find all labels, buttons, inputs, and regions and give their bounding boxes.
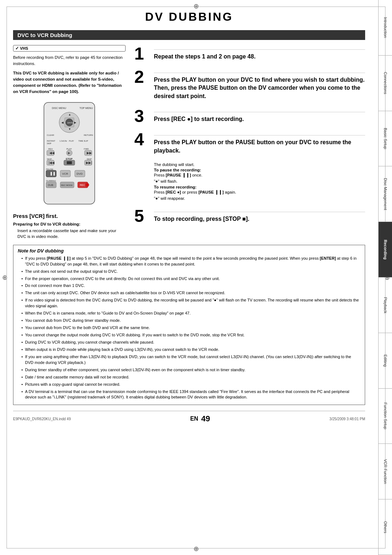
sidebar-tab-introduction[interactable]: Introduction — [379, 0, 392, 56]
note-bullet-2: The unit does not send out the output si… — [21, 269, 360, 275]
step-4-pause-text: Press [PAUSE ❙❙] once. — [154, 172, 365, 178]
svg-text:FWD: FWD — [84, 148, 89, 150]
step-4-title: Press the PLAY button or the PAUSE butto… — [154, 138, 365, 155]
svg-text:◀: ◀ — [61, 121, 64, 124]
svg-text:PLAY: PLAY — [66, 148, 72, 150]
note-bullet-10: You cannot change the output mode during… — [21, 332, 360, 338]
step-4: 4 Press the PLAY button or the PAUSE but… — [134, 131, 365, 202]
svg-text:PAUSE: PAUSE — [46, 168, 53, 170]
svg-text:▶▶|: ▶▶| — [86, 161, 92, 165]
step-2-title: Press the PLAY button on your DVC to fin… — [154, 76, 365, 100]
footer-filename: E9PKAUD_DVR620KU_EN.indd 49 — [13, 417, 71, 421]
step-1-title: Repeat the steps 1 and 2 on page 48. — [154, 53, 365, 61]
step-4-content: Press the PLAY button or the PAUSE butto… — [154, 131, 365, 202]
svg-text:SKIP: SKIP — [47, 158, 52, 160]
reg-mark-left: ⊕ — [2, 274, 8, 281]
step-5: 5 To stop recording, press [STOP ■]. — [134, 207, 365, 225]
step-3: 3 Press [REC ●] to start recording. — [134, 108, 365, 125]
svg-text:RETURN: RETURN — [84, 134, 93, 136]
sidebar-tab-others[interactable]: Others — [379, 499, 392, 555]
svg-text:1.3v0.8v: 1.3v0.8v — [60, 140, 67, 142]
step-3-content: Press [REC ●] to start recording. — [154, 108, 365, 125]
section-header: DVC to VCR Dubbing — [13, 30, 365, 40]
note-bullet-6: If no video signal is detected from the … — [21, 297, 360, 309]
step-5-number: 5 — [134, 207, 150, 225]
note-bullet-1: If you press [PAUSE ❙❙] at step 5 in "DV… — [21, 256, 360, 267]
svg-text:TIME SLIP: TIME SLIP — [78, 140, 88, 142]
sidebar-tab-connections[interactable]: Connections — [379, 56, 392, 111]
press-vcr-label: Press [VCR] first. — [13, 213, 126, 219]
note-bullet-14: During timer standby of either component… — [21, 367, 360, 373]
right-sidebar: Introduction Connections Basic Setup Dis… — [378, 0, 392, 555]
svg-point-51 — [86, 184, 88, 186]
vhs-check-icon: ✓ — [15, 46, 19, 51]
svg-text:▲: ▲ — [68, 113, 71, 116]
svg-text:INSTANT: INSTANT — [47, 140, 56, 142]
page-footer: E9PKAUD_DVR620KU_EN.indd 49 EN 49 3/25/2… — [13, 411, 365, 424]
sidebar-tab-vcr-function[interactable]: VCR Function — [379, 444, 392, 499]
reg-mark-top: ⊕ — [193, 2, 199, 10]
bold-notice: This DVC to VCR dubbing is available onl… — [13, 70, 126, 95]
svg-text:TOP MENU: TOP MENU — [79, 107, 93, 109]
main-content: DV DUBBING DVC to VCR Dubbing ✓ VHS Befo… — [0, 0, 378, 434]
svg-text:▶: ▶ — [68, 151, 70, 155]
note-bullet-15: Date / time and cassette memory data wil… — [21, 374, 360, 380]
step-4-pause-label: To pause the recording: — [154, 168, 365, 172]
note-bullet-8: You cannot dub from DVC during timer sta… — [21, 318, 360, 324]
note-title: Note for DV dubbing — [18, 248, 360, 254]
note-bullet-13: If you are using anything other than L3(… — [21, 354, 360, 366]
svg-text:PLAY: PLAY — [69, 140, 74, 142]
sidebar-tab-disc-management[interactable]: Disc Management — [379, 166, 392, 222]
sidebar-tab-basic-setup[interactable]: Basic Setup — [379, 111, 392, 167]
step-4-flash-text: "●" will flash. — [154, 178, 365, 185]
step-1-content: Repeat the steps 1 and 2 on page 48. — [154, 45, 365, 62]
svg-text:SKIP: SKIP — [87, 158, 92, 160]
svg-text:REC: REC — [80, 184, 85, 186]
sidebar-tab-function-setup[interactable]: Function Setup — [379, 389, 392, 444]
svg-text:STOP: STOP — [66, 158, 73, 160]
svg-text:❚❚: ❚❚ — [50, 171, 56, 176]
page-title: DV DUBBING — [13, 10, 365, 24]
remote-control-image: DISC MENU TOP MENU ENTER ▲ ▼ ◀ ▶ CLEAR R… — [33, 99, 106, 208]
reg-mark-bottom: ⊕ — [193, 545, 199, 553]
note-bullets: If you press [PAUSE ❙❙] at step 5 in "DV… — [18, 256, 360, 401]
step-3-title: Press [REC ●] to start recording. — [154, 115, 365, 123]
footer-en-label: EN — [190, 416, 198, 422]
sidebar-tab-recording[interactable]: Recording — [379, 222, 392, 278]
preparing-header: Preparing for DV to VCR dubbing: — [13, 222, 126, 226]
svg-text:REV: REV — [48, 148, 53, 150]
remote-container: DISC MENU TOP MENU ENTER ▲ ▼ ◀ ▶ CLEAR R… — [13, 99, 126, 208]
svg-text:DUBBING: DUBBING — [46, 180, 56, 182]
svg-text:DVD: DVD — [77, 172, 83, 175]
svg-text:DUB: DUB — [48, 184, 53, 186]
svg-rect-33 — [67, 161, 72, 164]
svg-text:▶: ▶ — [74, 121, 77, 124]
svg-text:SKIP: SKIP — [47, 142, 52, 145]
vhs-label: VHS — [20, 46, 28, 50]
svg-text:▼: ▼ — [68, 127, 71, 131]
sidebar-tab-editing[interactable]: Editing — [379, 333, 392, 389]
svg-text:CLEAR: CLEAR — [47, 134, 54, 136]
step-5-title: To stop recording, press [STOP ■]. — [154, 215, 365, 223]
step-2: 2 Press the PLAY button on your DVC to f… — [134, 68, 365, 102]
svg-text:▶▶: ▶▶ — [87, 151, 92, 155]
svg-text:VCR: VCR — [62, 172, 68, 175]
step-4-sub-1: The dubbing will start. — [154, 162, 365, 168]
svg-text:|◀◀: |◀◀ — [49, 161, 54, 165]
step-3-number: 3 — [134, 108, 150, 125]
note-box: Note for DV dubbing If you press [PAUSE … — [13, 245, 365, 405]
footer-number: 49 — [201, 414, 210, 424]
step-1-number: 1 — [134, 45, 150, 62]
svg-text:REC MODE: REC MODE — [61, 184, 73, 186]
step-4-reappear-text: "●" will reappear. — [154, 195, 365, 202]
step-2-content: Press the PLAY button on your DVC to fin… — [154, 68, 365, 102]
note-bullet-7: When the DVC is in camera mode, refer to… — [21, 311, 360, 316]
svg-text:◀◀: ◀◀ — [49, 151, 54, 155]
note-bullet-4: Do not connect more than 1 DVC. — [21, 283, 360, 289]
note-bullet-11: During DVC to VCR dubbing, you cannot ch… — [21, 340, 360, 345]
step-5-content: To stop recording, press [STOP ■]. — [154, 207, 365, 224]
right-column: 1 Repeat the steps 1 and 2 on page 48. 2… — [134, 45, 365, 240]
note-bullet-9: You cannot dub from DVC to the both DVD … — [21, 325, 360, 331]
note-bullet-17: A DV terminal is a terminal that can use… — [21, 389, 360, 401]
sidebar-tab-playback[interactable]: Playback — [379, 278, 392, 333]
